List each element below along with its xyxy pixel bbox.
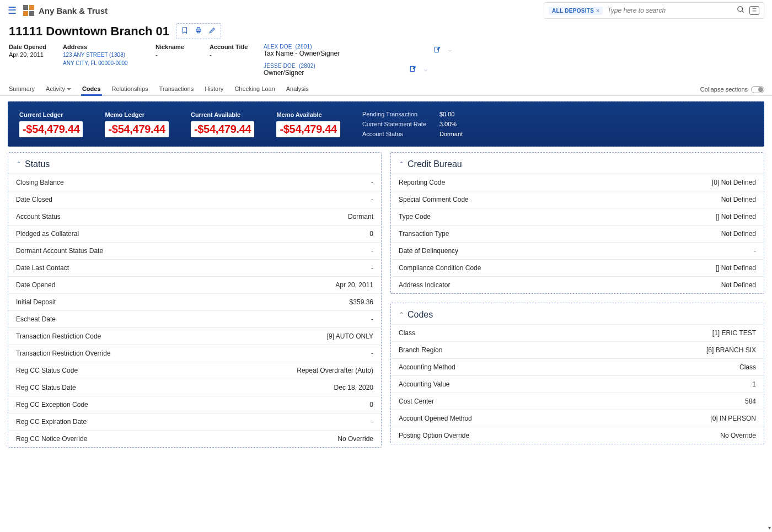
row-label: Date Opened	[16, 281, 55, 289]
tab-codes[interactable]: Codes	[81, 83, 102, 95]
tab-activity[interactable]: Activity	[45, 83, 72, 95]
row-value: [0] Not Defined	[712, 179, 756, 186]
detail-row: Account StatusDormant	[8, 208, 381, 225]
panel-header[interactable]: ⌃ Status	[8, 153, 381, 174]
signer-name-link[interactable]: JESSE DOE (2802)	[264, 63, 315, 69]
balance-banner: Current Ledger -$54,479.44 Memo Ledger -…	[8, 101, 764, 147]
panel-body: Closing Balance-Date Closed-Account Stat…	[8, 174, 381, 447]
menu-icon[interactable]: ☰	[8, 6, 17, 15]
detail-row: Special Comment CodeNot Defined	[391, 191, 764, 208]
brand: Any Bank & Trust	[23, 5, 108, 16]
edit-icon[interactable]	[208, 26, 216, 36]
row-label: Address Indicator	[399, 281, 450, 289]
signer-row: ALEX DOE (2801) Tax Name - Owner/Signer	[264, 44, 453, 57]
search-filter-chip[interactable]: ALL DEPOSITS ×	[549, 7, 603, 15]
row-value: $359.36	[350, 298, 373, 306]
panel-header[interactable]: ⌃ Codes	[391, 303, 764, 324]
card-reader-icon[interactable]: ☰	[749, 6, 759, 15]
metric-value: -$54,479.44	[276, 121, 340, 137]
metric-memo-available: Memo Available -$54,479.44	[276, 111, 340, 137]
row-label: Cost Center	[399, 397, 434, 405]
tab-analysis[interactable]: Analysis	[285, 83, 310, 95]
detail-row: Type Code[] Not Defined	[391, 208, 764, 225]
row-label: Reg CC Expiration Date	[16, 418, 87, 426]
meta-label: Account Title	[210, 44, 248, 50]
detail-row: Dormant Account Status Date-	[8, 242, 381, 259]
row-label: Initial Deposit	[16, 298, 56, 306]
signer-edit-icon[interactable]	[409, 65, 417, 74]
signer-role: Tax Name - Owner/Signer	[264, 50, 340, 57]
row-label: Compliance Condition Code	[399, 264, 481, 272]
row-label: Accounting Value	[399, 380, 450, 388]
row-value: [0] IN PERSON	[710, 415, 756, 422]
row-value: Not Defined	[721, 230, 756, 238]
row-value: [6] BRANCH SIX	[706, 346, 756, 354]
chip-clear-icon[interactable]: ×	[596, 8, 599, 14]
metric-memo-ledger: Memo Ledger -$54,479.44	[105, 111, 168, 137]
tab-summary[interactable]: Summary	[8, 83, 36, 95]
row-value: -	[371, 264, 373, 272]
panel-header[interactable]: ⌃ Credit Bureau	[391, 153, 764, 174]
print-icon[interactable]	[194, 26, 203, 36]
row-label: Account Opened Method	[399, 415, 472, 422]
row-label: Date of Delinquency	[399, 247, 458, 255]
collapse-sections-toggle[interactable]	[751, 86, 764, 93]
row-label: Posting Option Override	[399, 432, 469, 439]
detail-row: Reg CC Expiration Date-	[8, 413, 381, 430]
detail-row: Posting Option OverrideNo Override	[391, 427, 764, 444]
chevron-up-icon: ⌃	[399, 311, 404, 319]
tab-history[interactable]: History	[203, 83, 224, 95]
row-value: -	[371, 315, 373, 323]
row-value: -	[371, 179, 373, 186]
address-line2[interactable]: ANY CITY, FL 00000-0000	[63, 60, 140, 67]
banner-right-stats: Pending Transaction$0.00 Current Stateme…	[362, 111, 484, 137]
panel-credit-bureau: ⌃ Credit Bureau Reporting Code[0] Not De…	[390, 152, 764, 294]
bookmark-icon[interactable]	[181, 26, 189, 36]
row-label: Branch Region	[399, 346, 442, 354]
chevron-down-icon[interactable]	[422, 66, 429, 74]
row-value: 584	[745, 397, 756, 405]
search-input[interactable]	[606, 6, 732, 15]
detail-row: Date OpenedApr 20, 2011	[8, 276, 381, 293]
signer-name-link[interactable]: ALEX DOE (2801)	[264, 44, 340, 50]
search-bar[interactable]: ALL DEPOSITS × ☰	[544, 2, 764, 19]
signer-edit-icon[interactable]	[433, 46, 441, 55]
chevron-down-icon[interactable]	[447, 47, 453, 55]
row-value: 0	[369, 401, 373, 409]
detail-row: Transaction Restriction Code[9] AUTO ONL…	[8, 327, 381, 345]
row-value: Not Defined	[721, 196, 756, 203]
row-value: Not Defined	[721, 281, 756, 289]
detail-row: Closing Balance-	[8, 174, 381, 191]
row-label: Type Code	[399, 213, 431, 221]
detail-row: Compliance Condition Code[] Not Defined	[391, 259, 764, 276]
row-value: -	[371, 196, 373, 203]
row-label: Reg CC Status Date	[16, 384, 76, 391]
detail-row: Pledged as Collateral0	[8, 225, 381, 242]
address-line1[interactable]: 123 ANY STREET (1308)	[63, 51, 140, 58]
detail-row: Class[1] ERIC TEST	[391, 324, 764, 341]
panel-status: ⌃ Status Closing Balance-Date Closed-Acc…	[8, 152, 382, 448]
brand-name: Any Bank & Trust	[39, 6, 108, 15]
row-label: Pledged as Collateral	[16, 230, 79, 238]
tab-checking-loan[interactable]: Checking Loan	[233, 83, 276, 95]
detail-row: Date Last Contact-	[8, 259, 381, 276]
row-label: Dormant Account Status Date	[16, 247, 103, 255]
detail-row: Address IndicatorNot Defined	[391, 276, 764, 293]
detail-row: Transaction TypeNot Defined	[391, 225, 764, 242]
detail-row: Accounting MethodClass	[391, 358, 764, 375]
row-label: Account Status	[16, 213, 61, 221]
meta-account-title: Account Title -	[210, 44, 248, 58]
row-label: Reg CC Notice Override	[16, 435, 87, 443]
row-value: No Override	[720, 432, 756, 439]
row-label: Reg CC Exception Code	[16, 401, 88, 409]
row-label: Class	[399, 329, 415, 337]
meta-value: Apr 20, 2011	[9, 51, 47, 58]
meta-label: Date Opened	[9, 44, 47, 50]
search-icon[interactable]	[736, 4, 746, 17]
tab-relationships[interactable]: Relationships	[111, 83, 149, 95]
panel-title: Status	[25, 159, 50, 169]
row-value: 1	[752, 380, 756, 388]
scroll-down-icon[interactable]: ▾	[768, 525, 771, 531]
tab-transactions[interactable]: Transactions	[158, 83, 195, 95]
row-value: -	[371, 350, 373, 357]
